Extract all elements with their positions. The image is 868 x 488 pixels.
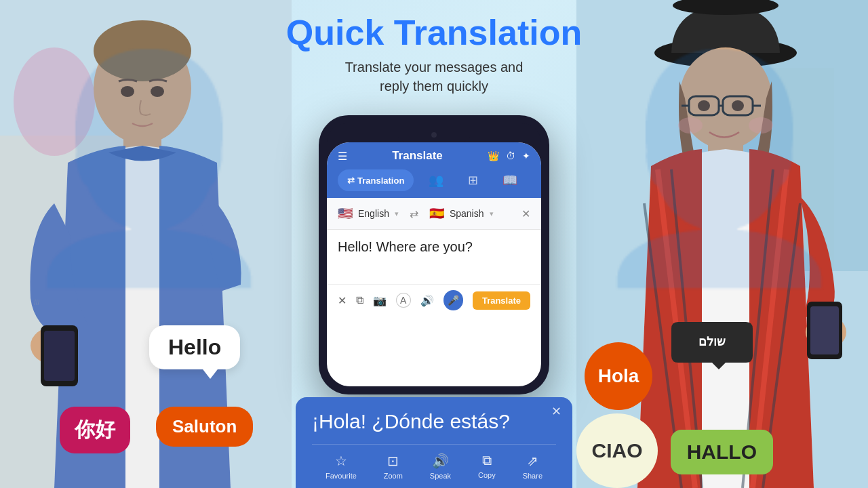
share-button[interactable]: ⇗ Share [523, 453, 542, 480]
svg-point-34 [732, 100, 744, 111]
nihao-bubble: 你好 [60, 407, 130, 453]
phone-outer: ☰ Translate 👑 ⏱ ✦ ⇄ Translation 👥 ⊞ 📖 [319, 115, 549, 394]
hola-bubble: Hola [585, 342, 652, 410]
svg-rect-5 [123, 132, 161, 163]
svg-point-2 [14, 47, 95, 156]
result-text: ¡Hola! ¿Dónde estás? [312, 408, 556, 444]
header-icons: 👑 ⏱ ✦ [488, 150, 530, 161]
zoom-button[interactable]: ⊡ Zoom [384, 453, 403, 480]
clear-icon[interactable]: ✕ [338, 294, 347, 307]
app-title: Quick Translation [258, 14, 610, 52]
translation-tab-icon: ⇄ [347, 176, 355, 186]
phone-screen: ☰ Translate 👑 ⏱ ✦ ⇄ Translation 👥 ⊞ 📖 [327, 142, 541, 386]
favourite-button[interactable]: ☆ Favourite [326, 453, 357, 480]
svg-text:שולם: שולם [698, 335, 726, 348]
svg-rect-28 [689, 96, 719, 115]
target-flag: 🇪🇸 [429, 206, 444, 221]
svg-rect-14 [766, 68, 834, 271]
app-header: ☰ Translate 👑 ⏱ ✦ [327, 142, 541, 169]
svg-rect-27 [810, 306, 839, 354]
copy-icon[interactable]: ⧉ [356, 294, 363, 306]
svg-point-33 [698, 100, 710, 111]
tab-learn[interactable]: 📖 [493, 169, 527, 191]
zoom-icon: ⊡ [387, 453, 399, 469]
svg-point-17 [679, 47, 772, 149]
tab-phrasebook[interactable]: 👥 [419, 169, 453, 191]
translate-button[interactable]: Translate [473, 291, 530, 310]
shalom-bubble: שולם [661, 319, 763, 375]
input-text[interactable]: Hello! Where are you? [327, 230, 541, 284]
copy-result-icon: ⧉ [482, 453, 492, 468]
svg-rect-29 [723, 96, 753, 115]
swap-languages-icon[interactable]: ⇄ [410, 207, 418, 220]
copy-result-button[interactable]: ⧉ Copy [478, 453, 496, 480]
hamburger-icon[interactable]: ☰ [338, 150, 347, 163]
toolbar: ✕ ⧉ 📷 A 🔊 🎤 Translate [327, 284, 541, 316]
saluton-bubble: Saluton [156, 407, 253, 447]
app-subtitle: Translate your messages and reply them q… [258, 58, 610, 96]
result-panel: ✕ ¡Hola! ¿Dónde estás? ☆ Favourite ⊡ Zoo… [296, 397, 572, 488]
svg-rect-13 [712, 0, 868, 271]
svg-rect-18 [708, 139, 743, 166]
text-icon[interactable]: A [396, 293, 411, 308]
ciao-bubble: CIAO [576, 413, 658, 488]
language-selector: 🇺🇸 English ▾ ⇄ 🇪🇸 Spanish ▾ ✕ [327, 198, 541, 230]
hallo-bubble: HALLO [671, 430, 773, 474]
phone-mockup: ☰ Translate 👑 ⏱ ✦ ⇄ Translation 👥 ⊞ 📖 [319, 115, 549, 394]
settings-icon[interactable]: ✦ [522, 150, 530, 161]
app-tabs: ⇄ Translation 👥 ⊞ 📖 [327, 169, 541, 198]
source-language[interactable]: English [358, 208, 389, 219]
star-icon: ☆ [335, 453, 347, 469]
speak-icon: 🔊 [432, 453, 449, 469]
mic-button[interactable]: 🎤 [443, 290, 463, 310]
result-close-button[interactable]: ✕ [551, 404, 561, 419]
tab-translation[interactable]: ⇄ Translation [338, 169, 414, 191]
svg-point-4 [94, 20, 191, 81]
crown-icon: 👑 [488, 150, 499, 161]
clock-icon: ⏱ [506, 150, 515, 161]
svg-point-36 [749, 117, 773, 134]
svg-text:///: /// [34, 299, 40, 306]
svg-rect-8 [44, 331, 75, 381]
target-language[interactable]: Spanish [450, 208, 484, 219]
camera-icon[interactable]: 📷 [373, 294, 387, 307]
top-section: Quick Translation Translate your message… [258, 14, 610, 96]
svg-point-15 [654, 38, 797, 68]
source-dropdown[interactable]: ▾ [395, 209, 399, 218]
result-footer: ☆ Favourite ⊡ Zoom 🔊 Speak ⧉ Copy ⇗ Shar… [312, 444, 556, 488]
close-input-icon[interactable]: ✕ [521, 207, 530, 220]
target-dropdown[interactable]: ▾ [490, 209, 494, 218]
speak-button[interactable]: 🔊 Speak [430, 453, 451, 480]
svg-point-10 [121, 86, 134, 97]
svg-point-11 [151, 86, 164, 97]
speaker-icon[interactable]: 🔊 [420, 294, 434, 307]
hello-bubble: Hello [149, 325, 240, 369]
share-icon: ⇗ [527, 453, 538, 469]
tab-dictionary[interactable]: ⊞ [458, 169, 488, 191]
source-flag: 🇺🇸 [338, 206, 353, 221]
svg-point-3 [94, 33, 191, 144]
svg-point-35 [678, 117, 703, 134]
app-header-title: Translate [392, 149, 443, 163]
